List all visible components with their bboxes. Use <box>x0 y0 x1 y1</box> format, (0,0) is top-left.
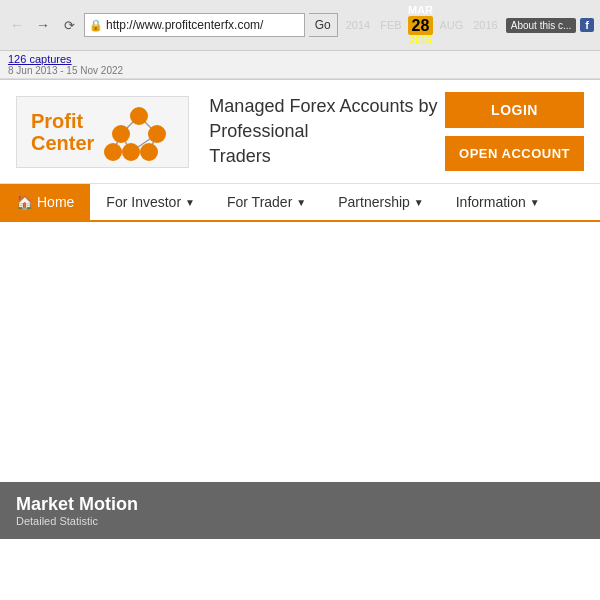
market-motion-section: Market Motion Detailed Statistic <box>0 482 600 539</box>
current-day: 28 <box>408 16 434 35</box>
logo-text-line1: Profit <box>31 110 83 132</box>
nav-home-label: Home <box>37 194 74 210</box>
prev-year-label: 2014 <box>342 17 374 33</box>
header-buttons: LOGIN OPEN ACCOUNT <box>445 92 584 171</box>
nav-partnership-label: Partnership <box>338 194 410 210</box>
nav-partnership[interactable]: Partnership ▼ <box>322 184 440 220</box>
svg-point-11 <box>140 143 158 161</box>
captures-bar: 126 captures 8 Jun 2013 - 15 Nov 2022 <box>0 51 600 79</box>
address-bar-wrapper: 🔒 <box>84 13 305 37</box>
nav-for-trader[interactable]: For Trader ▼ <box>211 184 322 220</box>
prev-month-label: FEB <box>376 17 405 33</box>
about-this-button[interactable]: About this c... <box>506 18 577 33</box>
svg-point-10 <box>122 143 140 161</box>
logo-graphic <box>104 107 174 157</box>
site-header: Profit Center <box>0 80 600 184</box>
market-motion-title: Market Motion <box>16 494 584 515</box>
wayback-dates: 2014 FEB MAR 28 2015 AUG 2016 <box>342 4 502 46</box>
information-arrow-icon: ▼ <box>530 197 540 208</box>
captures-date-range: 8 Jun 2013 - 15 Nov 2022 <box>8 65 592 76</box>
current-year: 2015 <box>409 35 431 46</box>
nav-information-label: Information <box>456 194 526 210</box>
back-button[interactable]: ← <box>6 14 28 36</box>
tagline-line2: Traders <box>209 146 270 166</box>
logo-box: Profit Center <box>16 96 189 168</box>
tagline-line1: Managed Forex Accounts by Professional <box>209 96 437 141</box>
facebook-icon: f <box>580 18 594 32</box>
nav-for-investor-label: For Investor <box>106 194 181 210</box>
login-button[interactable]: LOGIN <box>445 92 584 128</box>
nav-information[interactable]: Information ▼ <box>440 184 556 220</box>
logo-text-line2: Center <box>31 132 94 154</box>
address-input[interactable] <box>106 18 300 32</box>
current-date-block: MAR 28 2015 <box>408 4 434 46</box>
nav-for-investor[interactable]: For Investor ▼ <box>90 184 211 220</box>
current-month: MAR <box>408 4 433 16</box>
site-main <box>0 222 600 482</box>
browser-chrome: ← → ⟳ 🔒 Go 2014 FEB MAR 28 2015 AUG 2016… <box>0 0 600 80</box>
go-button[interactable]: Go <box>309 13 338 37</box>
header-tagline: Managed Forex Accounts by Professional T… <box>209 94 445 170</box>
svg-point-8 <box>148 125 166 143</box>
browser-toolbar: ← → ⟳ 🔒 Go 2014 FEB MAR 28 2015 AUG 2016… <box>0 0 600 51</box>
next-year-label: 2016 <box>469 17 501 33</box>
nav-home[interactable]: 🏠 Home <box>0 184 90 220</box>
forward-button[interactable]: → <box>32 14 54 36</box>
svg-point-9 <box>104 143 122 161</box>
nav-for-trader-label: For Trader <box>227 194 292 210</box>
home-icon: 🏠 <box>16 194 33 210</box>
site-wrapper: Profit Center <box>0 80 600 539</box>
svg-point-6 <box>130 107 148 125</box>
site-nav: 🏠 Home For Investor ▼ For Trader ▼ Partn… <box>0 184 600 222</box>
lock-icon: 🔒 <box>89 19 103 32</box>
market-motion-subtitle: Detailed Statistic <box>16 515 584 527</box>
svg-point-7 <box>112 125 130 143</box>
captures-link[interactable]: 126 captures <box>8 53 72 65</box>
refresh-button[interactable]: ⟳ <box>58 14 80 36</box>
next-month-label: AUG <box>435 17 467 33</box>
partnership-arrow-icon: ▼ <box>414 197 424 208</box>
logo-svg <box>104 107 174 163</box>
logo-text: Profit Center <box>31 110 94 154</box>
for-investor-arrow-icon: ▼ <box>185 197 195 208</box>
open-account-button[interactable]: OPEN ACCOUNT <box>445 136 584 171</box>
for-trader-arrow-icon: ▼ <box>296 197 306 208</box>
